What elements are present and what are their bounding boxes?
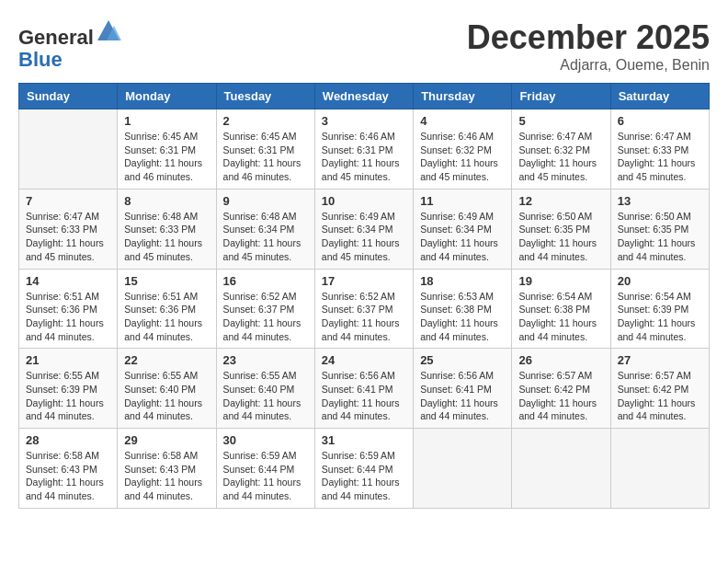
day-number: 10 xyxy=(322,194,406,208)
calendar-header-row: SundayMondayTuesdayWednesdayThursdayFrid… xyxy=(19,84,710,109)
calendar-cell xyxy=(414,429,512,509)
calendar-cell: 1Sunrise: 6:45 AMSunset: 6:31 PMDaylight… xyxy=(118,109,216,190)
logo-blue: Blue xyxy=(18,48,63,71)
calendar-week-row: 28Sunrise: 6:58 AMSunset: 6:43 PMDayligh… xyxy=(19,429,710,509)
calendar-cell: 25Sunrise: 6:56 AMSunset: 6:41 PMDayligh… xyxy=(414,349,512,429)
day-info: Sunrise: 6:48 AMSunset: 6:33 PMDaylight:… xyxy=(124,210,209,264)
day-number: 31 xyxy=(322,433,406,447)
day-number: 18 xyxy=(420,274,505,288)
day-number: 17 xyxy=(322,274,406,288)
title-block: December 2025 Adjarra, Oueme, Benin xyxy=(467,18,710,74)
day-info: Sunrise: 6:47 AMSunset: 6:33 PMDaylight:… xyxy=(618,130,702,184)
day-number: 5 xyxy=(518,114,603,128)
calendar-week-row: 21Sunrise: 6:55 AMSunset: 6:39 PMDayligh… xyxy=(19,349,710,429)
day-info: Sunrise: 6:52 AMSunset: 6:37 PMDaylight:… xyxy=(223,290,308,344)
day-info: Sunrise: 6:57 AMSunset: 6:42 PMDaylight:… xyxy=(618,369,702,423)
calendar-cell: 21Sunrise: 6:55 AMSunset: 6:39 PMDayligh… xyxy=(19,349,118,429)
day-number: 26 xyxy=(518,353,603,367)
day-info: Sunrise: 6:58 AMSunset: 6:43 PMDaylight:… xyxy=(26,449,110,503)
day-info: Sunrise: 6:58 AMSunset: 6:43 PMDaylight:… xyxy=(124,449,209,503)
day-number: 9 xyxy=(223,194,308,208)
calendar-cell: 26Sunrise: 6:57 AMSunset: 6:42 PMDayligh… xyxy=(512,349,610,429)
day-number: 25 xyxy=(420,353,505,367)
day-number: 12 xyxy=(518,194,603,208)
day-info: Sunrise: 6:48 AMSunset: 6:34 PMDaylight:… xyxy=(223,210,308,264)
day-info: Sunrise: 6:46 AMSunset: 6:32 PMDaylight:… xyxy=(420,130,505,184)
month-title: December 2025 xyxy=(467,18,710,57)
calendar-cell: 10Sunrise: 6:49 AMSunset: 6:34 PMDayligh… xyxy=(314,189,413,269)
calendar-cell: 14Sunrise: 6:51 AMSunset: 6:36 PMDayligh… xyxy=(19,269,118,349)
calendar-cell: 15Sunrise: 6:51 AMSunset: 6:36 PMDayligh… xyxy=(118,269,216,349)
calendar-week-row: 14Sunrise: 6:51 AMSunset: 6:36 PMDayligh… xyxy=(19,269,710,349)
calendar-cell: 27Sunrise: 6:57 AMSunset: 6:42 PMDayligh… xyxy=(610,349,709,429)
calendar-cell: 18Sunrise: 6:53 AMSunset: 6:38 PMDayligh… xyxy=(414,269,512,349)
calendar-cell: 11Sunrise: 6:49 AMSunset: 6:34 PMDayligh… xyxy=(414,189,512,269)
day-info: Sunrise: 6:49 AMSunset: 6:34 PMDaylight:… xyxy=(420,210,505,264)
day-info: Sunrise: 6:55 AMSunset: 6:39 PMDaylight:… xyxy=(26,369,110,423)
day-info: Sunrise: 6:55 AMSunset: 6:40 PMDaylight:… xyxy=(223,369,308,423)
calendar-cell: 8Sunrise: 6:48 AMSunset: 6:33 PMDaylight… xyxy=(118,189,216,269)
day-info: Sunrise: 6:47 AMSunset: 6:32 PMDaylight:… xyxy=(518,130,603,184)
calendar-cell: 5Sunrise: 6:47 AMSunset: 6:32 PMDaylight… xyxy=(512,109,610,190)
day-number: 22 xyxy=(124,353,209,367)
day-info: Sunrise: 6:45 AMSunset: 6:31 PMDaylight:… xyxy=(223,130,308,184)
day-number: 8 xyxy=(124,194,209,208)
day-number: 20 xyxy=(618,274,702,288)
day-number: 23 xyxy=(223,353,308,367)
day-info: Sunrise: 6:45 AMSunset: 6:31 PMDaylight:… xyxy=(124,130,209,184)
calendar-cell: 31Sunrise: 6:59 AMSunset: 6:44 PMDayligh… xyxy=(314,429,413,509)
day-info: Sunrise: 6:56 AMSunset: 6:41 PMDaylight:… xyxy=(420,369,505,423)
day-info: Sunrise: 6:53 AMSunset: 6:38 PMDaylight:… xyxy=(420,290,505,344)
day-number: 30 xyxy=(223,433,308,447)
day-number: 14 xyxy=(26,274,110,288)
calendar-cell: 23Sunrise: 6:55 AMSunset: 6:40 PMDayligh… xyxy=(216,349,314,429)
day-number: 24 xyxy=(322,353,406,367)
day-info: Sunrise: 6:55 AMSunset: 6:40 PMDaylight:… xyxy=(124,369,209,423)
day-number: 11 xyxy=(420,194,505,208)
day-info: Sunrise: 6:54 AMSunset: 6:38 PMDaylight:… xyxy=(518,290,603,344)
calendar-cell: 17Sunrise: 6:52 AMSunset: 6:37 PMDayligh… xyxy=(314,269,413,349)
day-info: Sunrise: 6:49 AMSunset: 6:34 PMDaylight:… xyxy=(322,210,406,264)
day-info: Sunrise: 6:56 AMSunset: 6:41 PMDaylight:… xyxy=(322,369,406,423)
calendar-cell: 22Sunrise: 6:55 AMSunset: 6:40 PMDayligh… xyxy=(118,349,216,429)
calendar-cell: 24Sunrise: 6:56 AMSunset: 6:41 PMDayligh… xyxy=(314,349,413,429)
calendar-cell: 28Sunrise: 6:58 AMSunset: 6:43 PMDayligh… xyxy=(19,429,118,509)
day-of-week-header: Saturday xyxy=(610,84,709,109)
calendar-cell: 6Sunrise: 6:47 AMSunset: 6:33 PMDaylight… xyxy=(610,109,709,190)
day-info: Sunrise: 6:59 AMSunset: 6:44 PMDaylight:… xyxy=(322,449,406,503)
day-info: Sunrise: 6:54 AMSunset: 6:39 PMDaylight:… xyxy=(618,290,702,344)
location: Adjarra, Oueme, Benin xyxy=(467,57,710,74)
day-info: Sunrise: 6:51 AMSunset: 6:36 PMDaylight:… xyxy=(26,290,110,344)
day-number: 1 xyxy=(124,114,209,128)
day-number: 28 xyxy=(26,433,110,447)
day-info: Sunrise: 6:51 AMSunset: 6:36 PMDaylight:… xyxy=(124,290,209,344)
calendar-cell: 13Sunrise: 6:50 AMSunset: 6:35 PMDayligh… xyxy=(610,189,709,269)
logo: General Blue xyxy=(18,18,121,71)
calendar-table: SundayMondayTuesdayWednesdayThursdayFrid… xyxy=(18,83,710,509)
day-of-week-header: Monday xyxy=(118,84,216,109)
day-of-week-header: Tuesday xyxy=(216,84,314,109)
day-number: 2 xyxy=(223,114,308,128)
logo-general: General xyxy=(18,26,94,49)
day-number: 4 xyxy=(420,114,505,128)
day-info: Sunrise: 6:57 AMSunset: 6:42 PMDaylight:… xyxy=(518,369,603,423)
day-number: 21 xyxy=(26,353,110,367)
calendar-cell: 7Sunrise: 6:47 AMSunset: 6:33 PMDaylight… xyxy=(19,189,118,269)
day-info: Sunrise: 6:50 AMSunset: 6:35 PMDaylight:… xyxy=(618,210,702,264)
calendar-week-row: 1Sunrise: 6:45 AMSunset: 6:31 PMDaylight… xyxy=(19,109,710,190)
calendar-cell: 3Sunrise: 6:46 AMSunset: 6:31 PMDaylight… xyxy=(314,109,413,190)
calendar-cell: 16Sunrise: 6:52 AMSunset: 6:37 PMDayligh… xyxy=(216,269,314,349)
calendar-cell: 20Sunrise: 6:54 AMSunset: 6:39 PMDayligh… xyxy=(610,269,709,349)
page-header: General Blue December 2025 Adjarra, Ouem… xyxy=(18,18,710,74)
day-number: 13 xyxy=(618,194,702,208)
day-info: Sunrise: 6:52 AMSunset: 6:37 PMDaylight:… xyxy=(322,290,406,344)
day-number: 16 xyxy=(223,274,308,288)
day-of-week-header: Sunday xyxy=(19,84,118,109)
day-info: Sunrise: 6:50 AMSunset: 6:35 PMDaylight:… xyxy=(518,210,603,264)
logo-icon xyxy=(96,18,121,44)
day-number: 7 xyxy=(26,194,110,208)
day-of-week-header: Wednesday xyxy=(314,84,413,109)
calendar-cell: 4Sunrise: 6:46 AMSunset: 6:32 PMDaylight… xyxy=(414,109,512,190)
calendar-cell: 19Sunrise: 6:54 AMSunset: 6:38 PMDayligh… xyxy=(512,269,610,349)
calendar-cell xyxy=(610,429,709,509)
